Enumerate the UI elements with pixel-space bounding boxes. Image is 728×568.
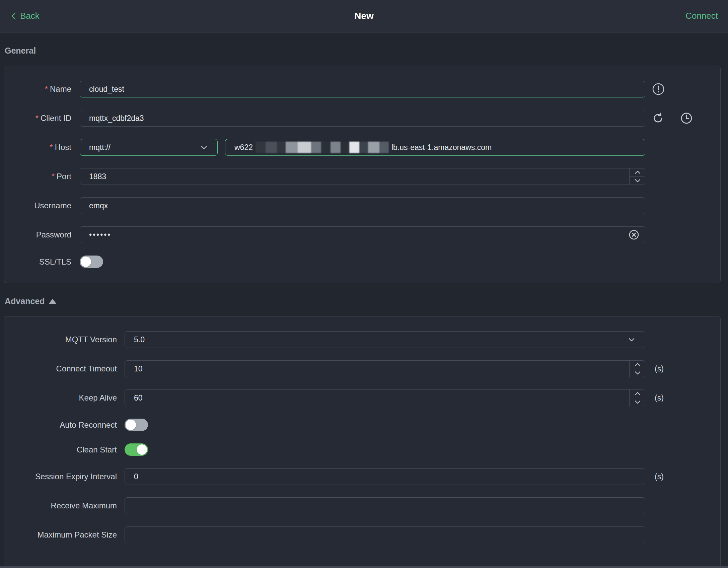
advanced-card: MQTT Version 5.0 Connect Timeout (s) Kee bbox=[4, 316, 721, 568]
toggle-knob bbox=[126, 420, 136, 430]
keep-alive-stepper bbox=[629, 389, 645, 407]
port-label: *Port bbox=[4, 172, 71, 181]
keep-alive-input[interactable] bbox=[125, 389, 645, 406]
port-row: *Port bbox=[4, 168, 720, 185]
host-row: *Host mqtt:// w622 bbox=[4, 139, 720, 156]
general-card: *Name *Client ID bbox=[4, 66, 721, 283]
connect-timeout-label: Connect Timeout bbox=[4, 364, 117, 373]
keep-alive-label: Keep Alive bbox=[4, 393, 117, 403]
ssl-toggle[interactable] bbox=[80, 256, 103, 268]
mqtt-version-label: MQTT Version bbox=[4, 335, 117, 344]
receive-maximum-row: Receive Maximum bbox=[4, 497, 720, 514]
page-title: New bbox=[354, 11, 374, 21]
chevron-down-icon bbox=[627, 335, 636, 344]
advanced-section-heading[interactable]: Advanced bbox=[5, 296, 728, 306]
clean-start-row: Clean Start bbox=[4, 443, 720, 456]
bottom-edge-strip bbox=[0, 566, 728, 568]
name-input[interactable] bbox=[80, 81, 645, 97]
username-input[interactable] bbox=[80, 197, 645, 214]
mqtt-version-value: 5.0 bbox=[134, 335, 145, 344]
password-clear-icon[interactable] bbox=[628, 229, 640, 241]
host-redacted-block bbox=[256, 142, 389, 153]
connect-timeout-decrement-button[interactable] bbox=[630, 369, 645, 378]
receive-maximum-input[interactable] bbox=[125, 497, 645, 514]
connect-timeout-input[interactable] bbox=[125, 360, 645, 377]
host-value-prefix: w622 bbox=[234, 143, 253, 152]
max-packet-size-row: Maximum Packet Size bbox=[4, 526, 720, 543]
clean-start-toggle[interactable] bbox=[125, 443, 148, 456]
session-expiry-unit: (s) bbox=[655, 472, 664, 481]
required-marker: * bbox=[52, 172, 55, 181]
port-decrement-button[interactable] bbox=[630, 177, 645, 186]
auto-reconnect-label: Auto Reconnect bbox=[4, 420, 117, 430]
keep-alive-increment-button[interactable] bbox=[630, 389, 645, 398]
auto-reconnect-toggle[interactable] bbox=[125, 419, 148, 431]
password-label: Password bbox=[4, 230, 71, 239]
mqtt-version-select[interactable]: 5.0 bbox=[125, 331, 645, 348]
back-label: Back bbox=[20, 11, 40, 21]
collapse-arrow-icon bbox=[49, 299, 57, 304]
session-expiry-input[interactable] bbox=[125, 468, 645, 485]
port-increment-button[interactable] bbox=[630, 168, 645, 177]
client-id-row: *Client ID bbox=[4, 110, 720, 127]
password-row: Password bbox=[4, 226, 720, 243]
max-packet-size-input[interactable] bbox=[125, 526, 645, 543]
connect-timeout-increment-button[interactable] bbox=[630, 360, 645, 369]
connect-timeout-stepper bbox=[629, 360, 645, 377]
refresh-icon[interactable] bbox=[652, 112, 664, 125]
host-protocol-select[interactable]: mqtt:// bbox=[80, 139, 218, 156]
connect-button[interactable]: Connect bbox=[685, 11, 718, 21]
toggle-knob bbox=[137, 444, 147, 455]
required-marker: * bbox=[35, 114, 39, 123]
ssl-label: SSL/TLS bbox=[4, 257, 71, 267]
keep-alive-row: Keep Alive (s) bbox=[4, 389, 720, 406]
connect-timeout-row: Connect Timeout (s) bbox=[4, 360, 720, 377]
required-marker: * bbox=[50, 143, 53, 152]
host-input[interactable]: w622 lb.us-east-1.amazonaws.com bbox=[225, 139, 645, 156]
username-row: Username bbox=[4, 197, 720, 214]
back-button[interactable]: Back bbox=[10, 11, 40, 21]
general-heading-label: General bbox=[5, 46, 36, 56]
keep-alive-unit: (s) bbox=[655, 394, 664, 403]
name-warning-icon[interactable] bbox=[652, 82, 665, 96]
mqtt-version-row: MQTT Version 5.0 bbox=[4, 331, 720, 348]
port-stepper bbox=[629, 168, 645, 185]
max-packet-size-label: Maximum Packet Size bbox=[4, 530, 117, 540]
session-expiry-label: Session Expiry Interval bbox=[4, 472, 117, 481]
client-id-label: *Client ID bbox=[4, 114, 71, 123]
connect-timeout-unit: (s) bbox=[655, 364, 664, 373]
port-input[interactable] bbox=[80, 168, 645, 185]
required-marker: * bbox=[45, 84, 48, 93]
host-value-suffix: lb.us-east-1.amazonaws.com bbox=[391, 143, 492, 152]
username-label: Username bbox=[4, 201, 71, 210]
keep-alive-decrement-button[interactable] bbox=[630, 398, 645, 407]
session-expiry-row: Session Expiry Interval (s) bbox=[4, 468, 720, 485]
chevron-down-icon bbox=[200, 143, 208, 152]
history-clock-icon[interactable] bbox=[680, 112, 693, 125]
host-protocol-value: mqtt:// bbox=[89, 143, 111, 152]
host-label: *Host bbox=[4, 143, 71, 152]
topbar: Back New Connect bbox=[0, 0, 728, 32]
ssl-row: SSL/TLS bbox=[4, 256, 720, 268]
receive-maximum-label: Receive Maximum bbox=[4, 501, 117, 510]
name-label: *Name bbox=[4, 84, 71, 94]
password-input[interactable] bbox=[80, 226, 645, 243]
toggle-knob bbox=[81, 257, 91, 267]
client-id-input[interactable] bbox=[80, 110, 645, 127]
chevron-left-icon bbox=[10, 12, 17, 20]
clean-start-label: Clean Start bbox=[4, 445, 117, 454]
name-row: *Name bbox=[4, 81, 720, 97]
advanced-heading-label: Advanced bbox=[5, 296, 45, 306]
general-section-heading: General bbox=[5, 46, 728, 56]
auto-reconnect-row: Auto Reconnect bbox=[4, 419, 720, 431]
